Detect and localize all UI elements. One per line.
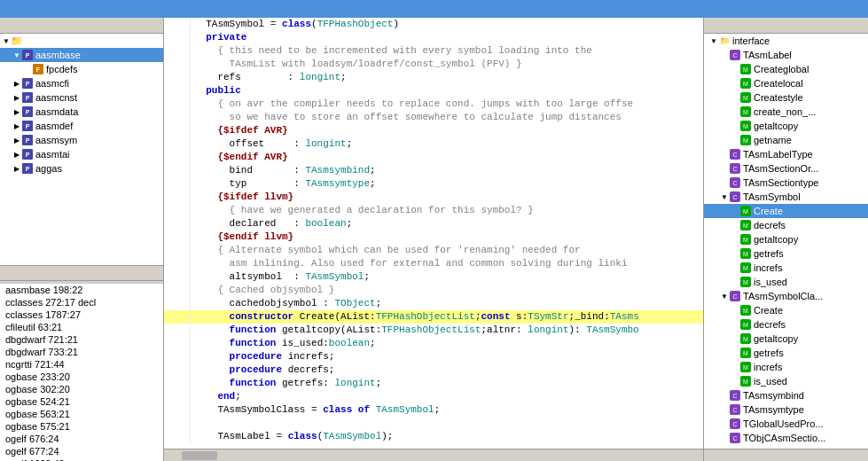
tree-arrow[interactable]: ▶ (12, 136, 21, 145)
decl-item[interactable]: M getaltcopy (704, 332, 868, 346)
decl-item[interactable]: M decrefs (704, 317, 868, 332)
ref-item[interactable]: ogbase 575:21 (0, 420, 163, 433)
module-item-root[interactable]: ▼ 📁 (0, 34, 163, 48)
decl-arrow[interactable] (731, 107, 739, 116)
decl-item[interactable]: C TObjCAsmSectio... (704, 431, 868, 445)
decl-arrow[interactable] (731, 221, 739, 230)
decl-arrow[interactable] (731, 136, 739, 145)
decl-item[interactable]: C TAsmsymtype (704, 402, 868, 417)
decl-item[interactable]: M getname (704, 133, 868, 147)
decl-item[interactable]: M getaltcopy (704, 119, 868, 133)
decl-arrow[interactable] (720, 434, 729, 442)
module-item-aggas[interactable]: ▶ P aggas (0, 161, 163, 176)
decl-arrow[interactable] (731, 65, 739, 74)
decl-item[interactable]: M Createglobal (704, 62, 868, 76)
modules-tree[interactable]: ▼ 📁 ▼ P aasmbase F fpcdefs ▶ P aasmcfi ▶… (0, 34, 163, 265)
decl-item[interactable]: C TAsmsymbind (704, 388, 868, 402)
decl-arrow[interactable] (731, 207, 739, 215)
decl-item[interactable]: C TAsmSectiontype (704, 176, 868, 190)
decl-item[interactable]: M getrefs (704, 346, 868, 360)
ref-item[interactable]: ogelf 676:24 (0, 433, 163, 445)
decl-arrow[interactable] (720, 164, 729, 173)
decl-item[interactable]: M Createstyle (704, 90, 868, 105)
decl-item[interactable]: M create_non_... (704, 105, 868, 119)
decl-arrow[interactable]: ▼ (709, 36, 718, 45)
decl-arrow[interactable] (720, 391, 729, 400)
module-item-aasmtai[interactable]: ▶ P aasmtai (0, 147, 163, 161)
ref-item[interactable]: aasmbase 198:22 (0, 284, 163, 296)
ref-item[interactable]: ncgrtti 721:44 (0, 358, 163, 371)
decl-item[interactable]: M Create (704, 204, 868, 218)
decl-item[interactable]: C TAsmLabel (704, 48, 868, 62)
decl-item[interactable]: M is_used (704, 275, 868, 289)
decl-arrow[interactable] (720, 150, 729, 159)
decl-arrow[interactable] (720, 51, 729, 59)
ref-item[interactable]: dbgdwarf 721:21 (0, 333, 163, 346)
decl-arrow[interactable] (731, 121, 739, 130)
ref-item[interactable]: ogbase 302:20 (0, 383, 163, 395)
refs-list[interactable]: aasmbase 198:22cclasses 272:17 declcclas… (0, 284, 163, 461)
decl-item[interactable]: M decrefs (704, 218, 868, 232)
tree-arrow[interactable]: ▶ (12, 79, 21, 88)
decl-item[interactable]: M increfs (704, 360, 868, 374)
tree-arrow[interactable]: ▼ (2, 36, 11, 45)
decl-arrow[interactable] (731, 334, 739, 343)
decl-item[interactable]: M Create (704, 303, 868, 317)
decl-arrow[interactable] (720, 419, 729, 428)
decl-arrow[interactable] (731, 79, 739, 88)
tree-arrow[interactable]: ▶ (12, 150, 21, 159)
tree-arrow[interactable] (23, 65, 32, 74)
decl-arrow[interactable] (731, 277, 739, 286)
decl-item[interactable]: C TAsmLabelType (704, 147, 868, 161)
decl-arrow[interactable] (720, 178, 729, 187)
decl-arrow[interactable] (731, 249, 739, 258)
decl-item[interactable]: ▼ C TAsmSymbolCla... (704, 289, 868, 303)
ref-item[interactable]: cclasses 1787:27 (0, 309, 163, 321)
decl-arrow[interactable]: ▼ (720, 292, 729, 301)
decl-item[interactable]: ▼ C TAsmSymbol (704, 190, 868, 204)
decl-arrow[interactable] (731, 93, 739, 102)
module-item-aasmsym[interactable]: ▶ P aasmsym (0, 133, 163, 147)
decl-arrow[interactable] (731, 363, 739, 371)
decl-arrow[interactable] (731, 348, 739, 357)
decl-item[interactable]: C TGlobalUsedPro... (704, 417, 868, 431)
method-icon: M (739, 375, 752, 387)
ref-item[interactable]: cfileutil 63:21 (0, 321, 163, 333)
ref-item[interactable]: ogelf 677:24 (0, 445, 163, 457)
ref-item[interactable]: ogbase 524:21 (0, 395, 163, 408)
decl-arrow[interactable] (731, 263, 739, 272)
tree-arrow[interactable]: ▶ (12, 121, 21, 130)
module-item-aasmbase[interactable]: ▼ P aasmbase (0, 48, 163, 62)
decl-arrow[interactable] (731, 320, 739, 329)
decl-item[interactable]: C TAsmSectionOr... (704, 161, 868, 176)
tree-arrow[interactable]: ▶ (12, 107, 21, 116)
ref-item[interactable]: dbgdwarf 733:21 (0, 346, 163, 358)
tree-arrow[interactable]: ▶ (12, 164, 21, 173)
ref-item[interactable]: ogelf 1633:42 (0, 457, 163, 461)
tree-arrow[interactable]: ▶ (12, 93, 21, 102)
decl-arrow[interactable] (731, 377, 739, 386)
editor-content[interactable]: TAsmSymbol = class(TFPHashObject) privat… (164, 18, 703, 449)
editor-horizontal-scrollbar[interactable] (164, 449, 703, 461)
decl-arrow[interactable] (731, 306, 739, 315)
module-item-aasmdef[interactable]: ▶ P aasmdef (0, 119, 163, 133)
decl-item[interactable]: ▼ 📁 interface (704, 34, 868, 48)
module-item-fpcdefs[interactable]: F fpcdefs (0, 62, 163, 76)
ref-item[interactable]: cclasses 272:17 decl (0, 296, 163, 309)
module-item-aasmcnst[interactable]: ▶ P aasmcnst (0, 90, 163, 105)
module-item-aasmcfi[interactable]: ▶ P aasmcfi (0, 76, 163, 90)
tree-arrow[interactable]: ▼ (12, 51, 21, 59)
ref-item[interactable]: ogbase 563:21 (0, 408, 163, 420)
decl-item[interactable]: M getrefs (704, 246, 868, 261)
decl-arrow[interactable] (720, 405, 729, 414)
ref-item[interactable]: ogbase 233:20 (0, 371, 163, 383)
decl-item[interactable]: M is_used (704, 374, 868, 388)
declarations-tree[interactable]: ▼ 📁 interface C TAsmLabel M Createglobal… (704, 34, 868, 449)
module-item-aasmdata[interactable]: ▶ P aasmdata (0, 105, 163, 119)
decl-item[interactable]: M Createlocal (704, 76, 868, 90)
declarations-horizontal-scrollbar[interactable] (704, 449, 868, 461)
decl-arrow[interactable]: ▼ (720, 192, 729, 201)
decl-item[interactable]: M increfs (704, 261, 868, 275)
decl-arrow[interactable] (731, 235, 739, 244)
decl-item[interactable]: M getaltcopy (704, 232, 868, 246)
